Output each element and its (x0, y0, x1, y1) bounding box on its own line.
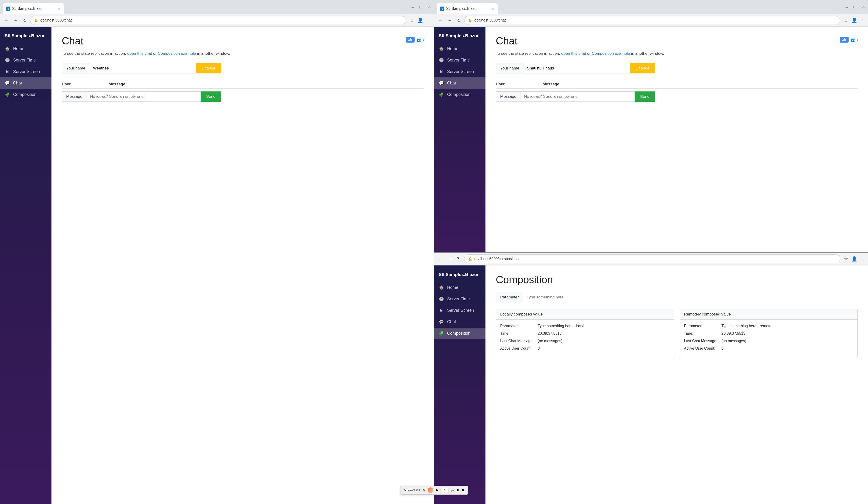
left-link1[interactable]: open this chat (127, 51, 152, 56)
rt-menu-icon[interactable]: ⋮ (860, 18, 865, 23)
rb-nav-server-screen[interactable]: 🖥 Server Screen (434, 305, 485, 316)
maximize-icon[interactable]: □ (420, 5, 422, 10)
left-urlbar[interactable]: 🔒 localhost:5000/chat (30, 16, 406, 25)
rt-badge-3fr: 3fr (840, 37, 849, 43)
close-icon[interactable]: ✕ (428, 4, 431, 10)
rt-close-icon[interactable]: ✕ (862, 4, 865, 10)
screentogif-title: ScreenToGif (403, 489, 420, 492)
rt-link2[interactable]: Composition example (592, 51, 630, 56)
comp-param-input[interactable] (523, 292, 655, 302)
rt-nav-composition[interactable]: 🧩 Composition (434, 89, 485, 100)
left-chat-title: Chat (62, 35, 83, 47)
right-top-urlbar[interactable]: 🔒 localhost:5000/chat (464, 16, 840, 25)
rb-star-icon[interactable]: ☆ (844, 256, 848, 262)
minimize-icon[interactable]: – (412, 5, 414, 10)
left-tab[interactable]: S Stl.Samples.Blazor ✕ (3, 3, 64, 14)
screentogif-stop-btn[interactable]: ⏹ (461, 488, 465, 492)
right-top-reload-btn[interactable]: ↻ (455, 17, 462, 24)
left-back-btn[interactable]: ← (3, 17, 10, 24)
right-top-brand: Stl.Samples.Blazor (434, 31, 485, 43)
left-reload-btn[interactable]: ↻ (21, 17, 28, 24)
comp-remote-chat-row: Last Chat Message: (no messages) (684, 339, 854, 343)
rt-star-icon[interactable]: ☆ (844, 18, 848, 23)
right-top-favicon: S (440, 7, 444, 11)
right-top-back-btn[interactable]: ← (437, 17, 444, 24)
right-top-forward-btn[interactable]: → (446, 17, 454, 24)
screentogif-toolbar: ScreenToGif ✕ ⏺ fps ⏸ ⏹ (400, 486, 468, 495)
left-user-col: User (62, 82, 108, 86)
rb-reload-btn[interactable]: ↻ (455, 255, 462, 263)
rt-name-input[interactable] (524, 63, 630, 73)
rb-lock-icon: 🔒 (468, 257, 472, 261)
users-icon: 👥 (416, 38, 421, 42)
rb-nav-server-screen-label: Server Screen (447, 308, 474, 313)
rt-clock-icon: 🕐 (439, 58, 444, 63)
right-top-new-tab[interactable]: + (498, 8, 504, 14)
comp-local-chat-val: (no messages) (538, 339, 670, 343)
left-navbar: ← → ↻ 🔒 localhost:5000/chat ☆ 👤 ⋮ (0, 14, 434, 27)
right-top-sidebar: Stl.Samples.Blazor 🏠 Home 🕐 Server Time (434, 27, 485, 252)
rt-nav-server-screen-label: Server Screen (447, 69, 474, 74)
menu-icon[interactable]: ⋮ (426, 18, 431, 23)
rb-back-btn[interactable]: ← (437, 255, 444, 263)
rb-forward-btn[interactable]: → (446, 255, 454, 263)
rt-nav-server-screen[interactable]: 🖥 Server Screen (434, 66, 485, 77)
rt-your-name-label: Your name (496, 63, 524, 73)
rb-nav-chat[interactable]: 💬 Chat (434, 316, 485, 328)
rb-nav-home[interactable]: 🏠 Home (434, 282, 485, 293)
right-bottom-urlbar[interactable]: 🔒 localhost:5000/composition (464, 254, 840, 263)
left-link2[interactable]: Composition example (158, 51, 196, 56)
left-nav-home-label: Home (13, 46, 24, 51)
rt-change-btn[interactable]: Change (630, 63, 655, 73)
left-chat-header: Chat 3fr 👥 3 (62, 35, 424, 47)
comp-remote-param-val: Type something here - remote (722, 324, 854, 328)
left-message-input[interactable] (87, 92, 201, 102)
rt-account-icon[interactable]: 👤 (851, 18, 857, 23)
rt-desc-mid: or (586, 51, 592, 56)
left-nav-composition[interactable]: 🧩 Composition (0, 89, 51, 100)
comp-remote-users-key: Active User Count: (684, 346, 722, 350)
left-name-input[interactable] (90, 63, 196, 73)
screentogif-fps-input[interactable] (440, 488, 448, 493)
left-nav-home[interactable]: 🏠 Home (0, 43, 51, 54)
left-message-label: Message (62, 92, 87, 102)
comp-local-time-row: Time: 20:39:37.5513 (500, 332, 670, 336)
rb-account-icon[interactable]: 👤 (851, 256, 857, 262)
account-icon[interactable]: 👤 (417, 18, 423, 23)
rt-nav-server-time[interactable]: 🕐 Server Time (434, 54, 485, 66)
rb-composition-icon: 🧩 (439, 331, 444, 336)
rb-nav-composition[interactable]: 🧩 Composition (434, 328, 485, 339)
rt-message-input[interactable] (521, 92, 635, 102)
left-tab-close[interactable]: ✕ (58, 7, 60, 11)
rt-send-btn[interactable]: Send (635, 92, 655, 102)
left-chat-desc: To see the state replication in action, … (62, 51, 424, 56)
left-nav-chat-label: Chat (13, 81, 22, 86)
left-forward-btn[interactable]: → (12, 17, 20, 24)
comp-remote-panel: Remotely composed value Parameter: Type … (680, 309, 858, 358)
right-top-tab[interactable]: S Stl.Samples.Blazor ✕ (437, 3, 498, 14)
rt-nav-home[interactable]: 🏠 Home (434, 43, 485, 54)
screentogif-pause-btn[interactable]: ⏸ (456, 488, 459, 492)
screentogif-close-btn[interactable]: ✕ (423, 488, 426, 492)
comp-local-users-row: Active User Count: 3 (500, 346, 670, 350)
left-change-btn[interactable]: Change (196, 63, 221, 73)
left-nav-server-time[interactable]: 🕐 Server Time (0, 54, 51, 66)
rt-nav-chat[interactable]: 💬 Chat (434, 77, 485, 89)
left-nav-server-screen[interactable]: 🖥 Server Screen (0, 66, 51, 77)
left-brand: Stl.Samples.Blazor (0, 31, 51, 43)
rt-minimize-icon[interactable]: – (846, 5, 848, 10)
left-favicon: S (6, 7, 10, 11)
right-top-tab-close[interactable]: ✕ (492, 7, 494, 11)
rt-maximize-icon[interactable]: □ (854, 5, 856, 10)
composition-icon: 🧩 (5, 92, 10, 97)
star-icon[interactable]: ☆ (410, 18, 414, 23)
lock-icon: 🔒 (34, 19, 38, 22)
rb-nav-server-time[interactable]: 🕐 Server Time (434, 293, 485, 305)
left-send-btn[interactable]: Send (201, 92, 221, 102)
rt-link1[interactable]: open this chat (561, 51, 586, 56)
left-nav-chat[interactable]: 💬 Chat (0, 77, 51, 89)
left-new-tab[interactable]: + (64, 8, 70, 14)
right-top-message-form: Message Send (496, 92, 655, 102)
rb-nav-composition-label: Composition (447, 331, 471, 336)
rb-menu-icon[interactable]: ⋮ (860, 256, 865, 262)
